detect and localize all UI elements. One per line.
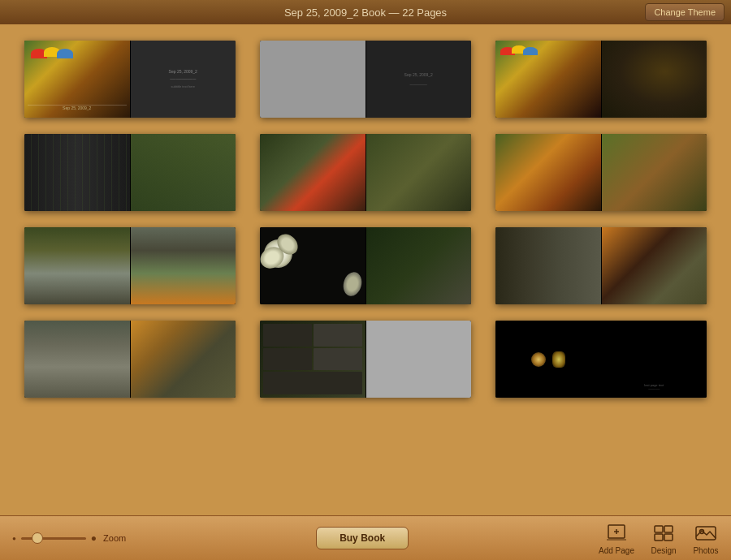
page-right-11 (366, 321, 472, 398)
footer-toolbar: ● ● Zoom Buy Book Add Page (0, 515, 731, 560)
zoom-slider[interactable] (21, 537, 86, 540)
page-right-8 (366, 227, 472, 304)
page-spread-12[interactable]: last page text───── (495, 321, 707, 398)
page-right-5 (366, 134, 472, 211)
page-right-6 (602, 134, 707, 211)
page-left-8 (260, 227, 366, 304)
photos-action[interactable]: Photos (693, 522, 719, 555)
pages-grid: Sep 25, 2009_2 Sep 25, 2009_2─────────su… (24, 41, 707, 398)
cover-text: Sep 25, 2009_2 (24, 106, 130, 111)
design-action[interactable]: Design (651, 522, 677, 555)
page-spread-9[interactable] (495, 227, 707, 304)
zoom-section: ● ● Zoom (12, 532, 126, 544)
page-left-4 (24, 134, 130, 211)
page-spread-7[interactable] (24, 227, 236, 304)
svg-rect-5 (664, 526, 673, 532)
page-spread-2[interactable]: Sep 25, 2009_2────── (260, 41, 471, 118)
page-right-3 (602, 41, 707, 118)
svg-rect-7 (664, 534, 673, 541)
svg-rect-6 (655, 534, 663, 541)
page-spread-6[interactable] (495, 134, 707, 211)
page-spread-8[interactable] (260, 227, 471, 304)
page-left-11 (260, 321, 366, 398)
page-left-6 (495, 134, 601, 211)
zoom-label: Zoom (103, 533, 126, 543)
page-spread-5[interactable] (260, 134, 471, 211)
page-left-7 (24, 227, 130, 304)
page-left-12 (495, 321, 601, 398)
add-page-action[interactable]: Add Page (599, 522, 634, 555)
page-spread-1[interactable]: Sep 25, 2009_2 Sep 25, 2009_2─────────su… (24, 41, 236, 118)
page-left-9 (495, 227, 601, 304)
zoom-out-icon: ● (12, 535, 16, 542)
buy-book-button[interactable]: Buy Book (316, 527, 409, 549)
page-left-3 (495, 41, 601, 118)
page-right-4 (131, 134, 236, 211)
header: Sep 25, 2009_2 Book — 22 Pages Change Th… (0, 0, 731, 24)
page-spread-10[interactable] (24, 321, 236, 398)
page-right-2: Sep 25, 2009_2────── (366, 41, 472, 118)
toolbar-actions: Add Page Design P (599, 522, 719, 555)
page-left-10 (24, 321, 130, 398)
main-content: Sep 25, 2009_2 Sep 25, 2009_2─────────su… (0, 24, 731, 515)
change-theme-button[interactable]: Change Theme (645, 3, 725, 21)
add-page-icon (603, 522, 629, 545)
page-right-9 (602, 227, 707, 304)
page-right-12: last page text───── (602, 321, 707, 398)
design-icon (651, 522, 677, 545)
page-left-1: Sep 25, 2009_2 (24, 41, 130, 118)
page-left-5 (260, 134, 366, 211)
page-right-7 (131, 227, 236, 304)
page-spread-3[interactable] (495, 41, 707, 118)
page-right-10 (131, 321, 236, 398)
book-title: Sep 25, 2009_2 Book — 22 Pages (284, 6, 447, 19)
photos-icon (693, 522, 719, 545)
page-left-2 (260, 41, 366, 118)
page-right-1: Sep 25, 2009_2─────────subtitle text her… (131, 41, 236, 118)
photos-label: Photos (693, 546, 718, 555)
page-spread-11[interactable] (260, 321, 471, 398)
add-page-label: Add Page (599, 546, 634, 555)
svg-rect-4 (655, 526, 663, 532)
design-label: Design (651, 546, 676, 555)
page-spread-4[interactable] (24, 134, 236, 211)
zoom-in-icon: ● (91, 532, 97, 544)
